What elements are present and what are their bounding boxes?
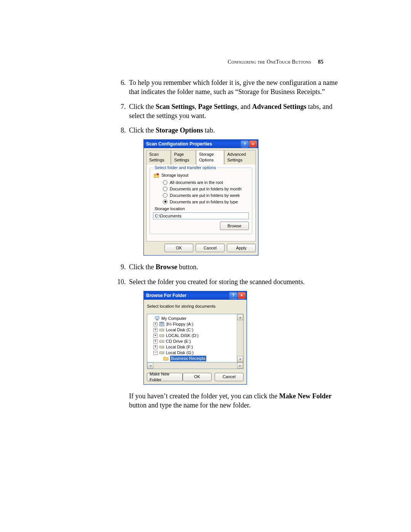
- step-9-pre: Click the: [129, 263, 156, 271]
- vertical-scrollbar[interactable]: ▴ ▾: [237, 314, 243, 362]
- folder-icon: [163, 362, 169, 362]
- radio-week-row[interactable]: Documents are put in folders by week: [163, 193, 249, 198]
- tree-item-label[interactable]: CD Drive (E:): [166, 339, 191, 344]
- scroll-left-icon[interactable]: ◂: [147, 363, 153, 369]
- folder-tree[interactable]: My Computer + 3½ Floppy (A:) +: [147, 314, 237, 362]
- bff-titlebar[interactable]: Browse For Folder ? ×: [144, 291, 247, 300]
- drive-icon: [159, 333, 164, 338]
- step-10-text: Select the folder you created for storin…: [129, 278, 305, 286]
- tab-page-settings[interactable]: Page Settings: [171, 150, 196, 165]
- radio-month-row[interactable]: Documents are put in folders by month: [163, 186, 249, 192]
- storage-layout-label: Storage layout: [161, 173, 188, 178]
- make-new-folder-button[interactable]: Make New Folder: [147, 373, 183, 381]
- cancel-button[interactable]: Cancel: [215, 373, 244, 381]
- step-8-post: tab.: [203, 126, 215, 134]
- folder-tree-wrap: My Computer + 3½ Floppy (A:) +: [147, 314, 244, 363]
- page-number: 85: [318, 59, 323, 65]
- svg-rect-6: [161, 322, 162, 323]
- radio-root[interactable]: [163, 180, 167, 185]
- expand-icon[interactable]: +: [153, 339, 158, 343]
- step-7: Click the Scan Settings, Page Settings, …: [127, 102, 342, 121]
- tree-item-label[interactable]: LOCAL DISK (D:): [166, 333, 199, 339]
- drive-icon: [159, 345, 164, 349]
- tree-root-label[interactable]: My Computer: [161, 316, 186, 321]
- step-7-bold2: Page Settings: [198, 103, 237, 110]
- folder-icon: [163, 356, 169, 361]
- radio-type-label: Documents are put in folders by type: [170, 199, 238, 205]
- radio-week[interactable]: [163, 193, 167, 198]
- expand-icon[interactable]: +: [153, 345, 158, 349]
- scroll-down-icon[interactable]: ▾: [237, 356, 243, 362]
- step-6-text: To help you remember which folder it is,…: [129, 79, 338, 96]
- radio-type[interactable]: [163, 200, 167, 204]
- cd-drive-icon: [159, 339, 164, 343]
- drive-icon: [159, 328, 164, 332]
- step-8-pre: Click the: [129, 126, 156, 134]
- browse-button[interactable]: Browse: [220, 222, 249, 230]
- tab-scan-settings[interactable]: Scan Settings: [146, 150, 171, 165]
- help-button[interactable]: ?: [241, 141, 249, 147]
- expand-icon[interactable]: +: [153, 334, 158, 338]
- expand-icon[interactable]: +: [153, 328, 158, 332]
- step-6: To help you remember which folder it is,…: [127, 78, 342, 97]
- drive-icon: [159, 350, 164, 355]
- ok-button[interactable]: OK: [164, 244, 193, 252]
- svg-point-14: [163, 347, 164, 348]
- cancel-button[interactable]: Cancel: [196, 244, 225, 252]
- svg-rect-3: [155, 316, 159, 319]
- tree-item-label[interactable]: 3½ Floppy (A:): [166, 321, 193, 327]
- svg-point-10: [163, 335, 164, 336]
- groupbox-legend: Select folder and transfer options: [153, 165, 217, 171]
- svg-rect-15: [159, 352, 164, 354]
- scan-config-properties-dialog: Scan Configuration Properties ? × Scan S…: [143, 139, 258, 256]
- close-button[interactable]: ×: [238, 292, 245, 299]
- running-header: Configuring the OneTouch Buttons 85: [228, 59, 323, 65]
- running-header-text: Configuring the OneTouch Buttons: [228, 59, 311, 65]
- footnote-post: button and type the name for the new fol…: [129, 401, 250, 409]
- tab-storage-options[interactable]: Storage Options: [196, 150, 224, 165]
- svg-point-8: [163, 330, 164, 331]
- radio-month[interactable]: [163, 187, 167, 191]
- horizontal-scrollbar[interactable]: ◂ ▸: [147, 363, 244, 369]
- scroll-right-icon[interactable]: ▸: [237, 363, 243, 369]
- close-button[interactable]: ×: [249, 141, 257, 147]
- storage-layout-radios: All documents are in the root Documents …: [163, 180, 249, 204]
- scp-tab-row: Scan Settings Page Settings Storage Opti…: [146, 150, 256, 165]
- step-7-pre: Click the: [129, 103, 156, 110]
- scroll-up-icon[interactable]: ▴: [237, 314, 243, 320]
- step-8: Click the Storage Options tab. Scan Conf…: [127, 126, 342, 256]
- radio-type-row[interactable]: Documents are put in folders by type: [163, 199, 249, 205]
- step-9: Click the Browse button.: [127, 262, 342, 272]
- tree-item-label[interactable]: Local Disk (C:): [166, 327, 193, 333]
- svg-rect-9: [159, 335, 164, 337]
- step-7-mid2: , and: [237, 103, 252, 110]
- radio-week-label: Documents are put in folders by week: [170, 193, 240, 198]
- svg-point-2: [157, 173, 158, 175]
- footnote-pre: If you haven’t created the folder yet, y…: [129, 392, 279, 400]
- tree-item-label[interactable]: Local Disk (F:): [166, 344, 193, 350]
- apply-button[interactable]: Apply: [227, 244, 256, 252]
- svg-rect-7: [159, 329, 164, 331]
- expand-icon[interactable]: +: [153, 322, 158, 326]
- collapse-icon[interactable]: −: [153, 351, 158, 355]
- svg-rect-4: [156, 320, 158, 321]
- tree-child-label[interactable]: Personal Receipts: [170, 361, 204, 362]
- svg-point-16: [163, 353, 164, 353]
- tree-child-label[interactable]: Business Receipts: [170, 356, 206, 361]
- bff-title: Browse For Folder: [146, 292, 186, 299]
- step-9-bold: Browse: [156, 263, 177, 271]
- step-9-post: button.: [177, 263, 198, 271]
- scroll-track[interactable]: [153, 363, 237, 369]
- radio-root-row[interactable]: All documents are in the root: [163, 180, 249, 185]
- storage-layout-icon: [154, 173, 159, 178]
- step-7-mid1: ,: [195, 103, 198, 110]
- help-button[interactable]: ?: [229, 292, 237, 299]
- scp-titlebar[interactable]: Scan Configuration Properties ? ×: [144, 140, 258, 148]
- tree-item-label[interactable]: Local Disk (G:): [166, 350, 194, 356]
- ok-button[interactable]: OK: [183, 373, 212, 381]
- storage-location-input[interactable]: [153, 212, 249, 219]
- radio-root-label: All documents are in the root: [170, 180, 223, 185]
- instruction-list: To help you remember which folder it is,…: [114, 78, 342, 410]
- tab-advanced-settings[interactable]: Advanced Settings: [224, 150, 256, 165]
- folder-transfer-groupbox: Select folder and transfer options Stora…: [150, 168, 252, 234]
